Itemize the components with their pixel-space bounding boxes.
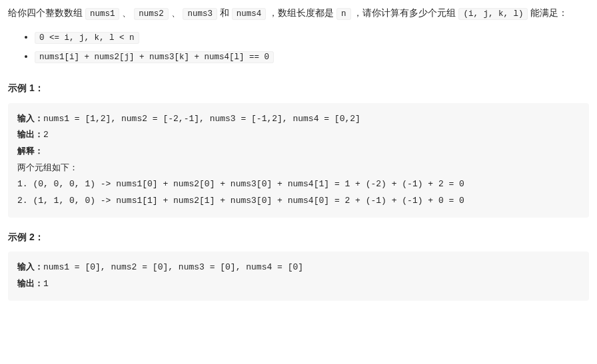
example-1: 示例 1： 输入：nums1 = [1,2], nums2 = [-2,-1],… (8, 81, 589, 218)
intro-text: 能满足： (528, 7, 568, 18)
intro-text: ，请你计算有多少个元组 (351, 7, 459, 18)
sep: 、 (169, 7, 183, 18)
code-tuple: (i, j, k, l) (458, 8, 528, 20)
example-block: 输入：nums1 = [1,2], nums2 = [-2,-1], nums3… (8, 103, 589, 218)
sep: 和 (217, 7, 232, 18)
explain-line: 2. (1, 1, 0, 0) -> nums1[1] + nums2[1] +… (17, 196, 464, 206)
example-heading: 示例 2： (8, 230, 589, 246)
code-nums4: nums4 (232, 8, 267, 20)
sep: 、 (119, 7, 134, 18)
example-2: 示例 2： 输入：nums1 = [0], nums2 = [0], nums3… (8, 230, 589, 301)
explain-label: 解释： (17, 146, 43, 156)
input-value: nums1 = [0], nums2 = [0], nums3 = [0], n… (43, 262, 303, 272)
code-n: n (336, 8, 351, 20)
input-value: nums1 = [1,2], nums2 = [-2,-1], nums3 = … (43, 114, 360, 124)
explain-line: 两个元组如下： (17, 163, 78, 173)
intro-text: ，数组长度都是 (266, 7, 336, 18)
input-label: 输入： (17, 114, 43, 124)
code-nums2: nums2 (134, 8, 169, 20)
conditions-list: 0 <= i, j, k, l < n nums1[i] + nums2[j] … (8, 29, 589, 65)
intro-text: 给你四个整数数组 (8, 7, 85, 18)
example-block: 输入：nums1 = [0], nums2 = [0], nums3 = [0]… (8, 252, 589, 300)
code-nums3: nums3 (183, 8, 217, 20)
problem-description: 给你四个整数数组 nums1 、 nums2 、 nums3 和 nums4 ，… (8, 5, 589, 65)
input-label: 输入： (17, 262, 43, 272)
condition-code: nums1[i] + nums2[j] + nums3[k] + nums4[l… (35, 51, 274, 63)
output-label: 输出： (17, 279, 43, 289)
condition-item: nums1[i] + nums2[j] + nums3[k] + nums4[l… (35, 49, 589, 65)
output-label: 输出： (17, 130, 43, 140)
output-value: 1 (43, 279, 49, 289)
problem-intro-paragraph: 给你四个整数数组 nums1 、 nums2 、 nums3 和 nums4 ，… (8, 5, 589, 21)
explain-line: 1. (0, 0, 0, 1) -> nums1[0] + nums2[0] +… (17, 179, 464, 189)
code-nums1: nums1 (85, 8, 120, 20)
condition-item: 0 <= i, j, k, l < n (35, 29, 589, 45)
output-value: 2 (43, 130, 49, 140)
example-heading: 示例 1： (8, 81, 589, 96)
condition-code: 0 <= i, j, k, l < n (35, 32, 139, 44)
